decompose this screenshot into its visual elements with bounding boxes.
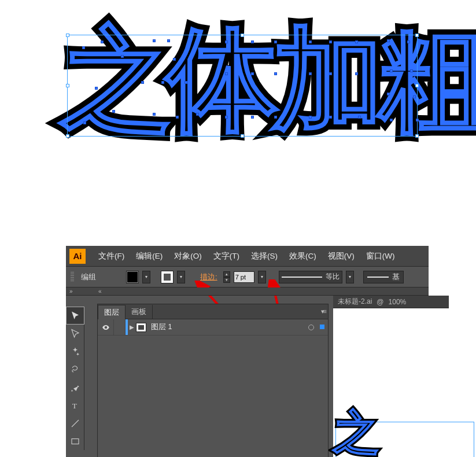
- document-tab-name[interactable]: 未标题-2.ai: [338, 297, 372, 307]
- layer-thumbnail-icon: [136, 323, 146, 332]
- menu-edit[interactable]: 编辑(E): [130, 251, 168, 261]
- illustrator-window: Ai 文件(F) 编辑(E) 对象(O) 文字(T) 选择(S) 效果(C) 视…: [66, 246, 429, 457]
- line-segment-tool[interactable]: [66, 414, 84, 432]
- panel-collapse-strip: » «: [66, 288, 429, 296]
- layers-panel: 图层 画板 ▾≡ ▶ 图层 1: [97, 304, 329, 457]
- stroke-weight-input[interactable]: [234, 271, 254, 283]
- visibility-toggle-icon[interactable]: [98, 319, 114, 336]
- fill-swatch[interactable]: [126, 271, 139, 283]
- stroke-weight-spinner[interactable]: ▴▾: [223, 271, 230, 283]
- menu-effect[interactable]: 效果(C): [283, 251, 322, 261]
- illustrator-canvas-top: 之体加粗 之体加粗: [66, 0, 429, 246]
- selection-bounding-box[interactable]: [67, 35, 418, 137]
- stroke-dropdown-icon[interactable]: ▾: [177, 271, 185, 283]
- lasso-tool[interactable]: [66, 360, 84, 378]
- menu-select[interactable]: 选择(S): [245, 251, 283, 261]
- panel-menu-icon[interactable]: ▾≡: [321, 308, 326, 315]
- workspace-text-path: 之: [333, 402, 379, 457]
- menu-object[interactable]: 对象(O): [168, 251, 208, 261]
- variable-width-profile-dropdown[interactable]: 等比: [279, 271, 342, 283]
- menu-view[interactable]: 视图(V): [322, 251, 360, 261]
- fill-dropdown-icon[interactable]: ▾: [142, 271, 150, 283]
- stroke-label[interactable]: 描边:: [200, 272, 217, 282]
- layer-row[interactable]: ▶ 图层 1: [98, 319, 328, 336]
- selection-tool[interactable]: [66, 307, 84, 325]
- layer-name[interactable]: 图层 1: [151, 322, 172, 332]
- brush-label: 基: [392, 272, 400, 282]
- grip-icon[interactable]: [71, 272, 74, 282]
- svg-text:T: T: [72, 401, 78, 410]
- menu-file[interactable]: 文件(F): [93, 251, 130, 261]
- lock-toggle[interactable]: [114, 319, 126, 336]
- stroke-swatch[interactable]: [161, 271, 174, 283]
- stroke-weight-dropdown-icon[interactable]: ▾: [258, 271, 266, 283]
- svg-line-3: [72, 420, 79, 427]
- direct-selection-tool[interactable]: [66, 325, 84, 342]
- brush-definition-dropdown[interactable]: 基: [363, 271, 404, 283]
- type-tool[interactable]: T: [66, 396, 84, 414]
- layer-expand-icon[interactable]: ▶: [128, 324, 136, 330]
- profile-dropdown-icon[interactable]: ▾: [346, 271, 354, 283]
- control-bar: 编组 ▾ ▾ 描边: ▴▾ ▾ 等比 ▾ 基: [66, 267, 429, 288]
- magic-wand-tool[interactable]: [66, 342, 84, 360]
- menu-window[interactable]: 窗口(W): [360, 251, 401, 261]
- pen-tool[interactable]: [66, 378, 84, 396]
- expand-right-icon[interactable]: »: [69, 288, 73, 294]
- target-icon[interactable]: [308, 325, 314, 330]
- rectangle-tool[interactable]: [66, 432, 84, 450]
- profile-label: 等比: [326, 272, 340, 282]
- collapse-left-icon[interactable]: «: [98, 288, 102, 294]
- document-zoom: 100%: [389, 298, 407, 306]
- selection-mode-label: 编组: [81, 272, 96, 282]
- svg-rect-4: [72, 438, 79, 444]
- document-tab-at: @: [377, 298, 383, 306]
- tools-panel: T: [66, 307, 84, 450]
- menu-bar: Ai 文件(F) 编辑(E) 对象(O) 文字(T) 选择(S) 效果(C) 视…: [66, 246, 429, 267]
- layers-tab[interactable]: 图层: [98, 305, 126, 319]
- artboards-tab[interactable]: 画板: [126, 305, 153, 319]
- selection-indicator-icon[interactable]: [320, 325, 324, 329]
- canvas-workspace[interactable]: 之 之: [333, 308, 449, 457]
- layers-panel-tabs: 图层 画板 ▾≡: [98, 304, 328, 319]
- profile-line-icon: [282, 277, 322, 278]
- menu-type[interactable]: 文字(T): [208, 251, 245, 261]
- brush-line-icon: [367, 277, 389, 278]
- app-logo-icon: Ai: [69, 249, 86, 264]
- document-tab-bar: 未标题-2.ai @ 100%: [333, 296, 449, 308]
